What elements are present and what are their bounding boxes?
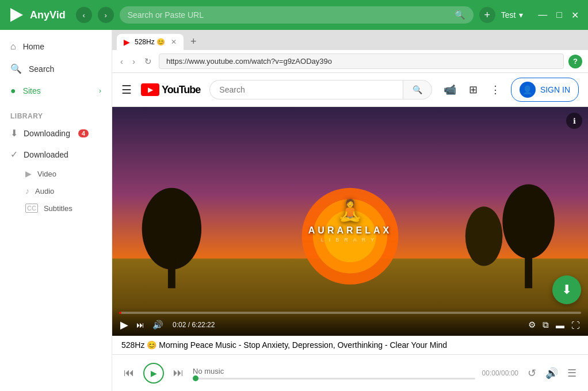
player-progress-bar[interactable] (193, 378, 475, 379)
sidebar-item-label: Search (29, 64, 54, 74)
video-title-bar: 528Hz 😊 Morning Peace Music - Stop Anxie… (112, 336, 588, 354)
theater-button[interactable]: ▬ (555, 319, 566, 331)
svg-point-5 (502, 184, 554, 258)
menu-icon[interactable]: ☰ (121, 83, 132, 97)
progress-bar[interactable] (119, 312, 581, 314)
signin-label: SIGN IN (540, 85, 570, 94)
camera-button[interactable]: 📹 (441, 81, 459, 98)
logo-icon (7, 6, 25, 24)
download-icon: ⬇ (10, 128, 18, 139)
sidebar: ⌂ Home 🔍 Search ● Sites › Library ⬇ Down… (0, 30, 112, 391)
video-icon: ▶ (25, 169, 32, 178)
addr-forward-button[interactable]: › (130, 55, 138, 67)
youtube-logo[interactable]: ▶ YouTube (141, 83, 200, 96)
player-prev-button[interactable]: ⏮ (121, 365, 136, 381)
subtitles-icon: CC (25, 204, 38, 213)
player-play-button[interactable]: ▶ (143, 363, 164, 384)
search-icon: 🔍 (10, 63, 22, 74)
search-bar: 🔍 (120, 6, 474, 24)
settings-button[interactable]: ⚙ (527, 319, 537, 331)
browser-tab-active[interactable]: ▶ 528Hz 😊 ✕ (117, 34, 184, 50)
sub-item-subtitles[interactable]: CC Subtitles (0, 200, 112, 217)
download-badge: 4 (78, 129, 89, 137)
youtube-search-button[interactable]: 🔍 (403, 80, 432, 99)
player-time: 00:00/00:00 (482, 369, 518, 377)
tab-close-button[interactable]: ✕ (171, 38, 177, 46)
address-input[interactable] (159, 53, 564, 69)
grid-button[interactable]: ⊞ (467, 81, 480, 98)
control-row: ▶ ⏭ 🔊 0:02 / 6:22:22 ⚙ ⧉ ▬ ⛶ (119, 317, 581, 332)
lib-item-downloading[interactable]: ⬇ Downloading 4 (0, 122, 112, 144)
close-button[interactable]: ✕ (569, 9, 581, 22)
player-volume-button[interactable]: 🔊 (543, 365, 560, 382)
avatar-icon: 👤 (520, 82, 536, 98)
maximize-button[interactable]: □ (554, 9, 564, 22)
search-icon: 🔍 (455, 10, 465, 20)
player-repeat-button[interactable]: ↺ (525, 365, 539, 382)
sub-item-video[interactable]: ▶ Video (0, 165, 112, 182)
brand-name: AURARELAX (308, 225, 392, 236)
user-name: Test (501, 10, 516, 20)
skip-button[interactable]: ⏭ (135, 319, 146, 331)
miniplayer-button[interactable]: ⧉ (541, 319, 550, 331)
svg-point-7 (465, 206, 503, 266)
browser-area: ▶ 528Hz 😊 ✕ + ‹ › ↻ ? ☰ ▶ YouTub (112, 30, 588, 391)
bottom-player: ⏮ ▶ ⏭ No music 00:00/00:00 ↺ 🔊 ☰ (112, 354, 588, 391)
player-playlist-button[interactable]: ☰ (565, 365, 579, 382)
download-fab-icon: ⬇ (562, 282, 572, 297)
yoga-figure-icon: 🧘 (308, 200, 392, 221)
addr-back-button[interactable]: ‹ (118, 55, 125, 67)
brand-overlay: 🧘 AURARELAX LIBRARY (308, 200, 392, 243)
check-icon: ✓ (10, 149, 18, 160)
video-thumbnail: 🧘 AURARELAX LIBRARY ℹ ▶ ⏭ (112, 107, 588, 336)
player-track-label: No music (193, 367, 475, 375)
lib-item-label: Downloaded (24, 150, 68, 159)
sidebar-nav: ⌂ Home 🔍 Search ● Sites › (0, 30, 112, 108)
svg-rect-6 (525, 251, 532, 289)
sidebar-item-search[interactable]: 🔍 Search (0, 57, 112, 80)
sidebar-item-home[interactable]: ⌂ Home (0, 36, 112, 57)
volume-button[interactable]: 🔊 (151, 319, 165, 331)
fullscreen-button[interactable]: ⛶ (570, 319, 581, 331)
main-content: ⌂ Home 🔍 Search ● Sites › Library ⬇ Down… (0, 30, 588, 391)
signin-button[interactable]: 👤 SIGN IN (511, 78, 579, 102)
add-tab-button[interactable]: + (479, 7, 495, 23)
nav-back-button[interactable]: ‹ (76, 7, 92, 23)
svg-rect-4 (168, 259, 175, 289)
youtube-search-input[interactable] (209, 80, 403, 99)
more-button[interactable]: ⋮ (488, 81, 503, 98)
time-display: 0:02 / 6:22:22 (173, 321, 215, 329)
nav-forward-button[interactable]: › (98, 7, 114, 23)
sub-item-label: Audio (35, 187, 54, 195)
download-fab-button[interactable]: ⬇ (552, 275, 581, 304)
lib-item-downloaded[interactable]: ✓ Downloaded (0, 144, 112, 165)
brand-sub: LIBRARY (308, 237, 392, 243)
sub-item-label: Subtitles (44, 204, 72, 213)
video-container: 🧘 AURARELAX LIBRARY ℹ ▶ ⏭ (112, 107, 588, 336)
search-icon: 🔍 (413, 85, 422, 94)
info-button[interactable]: ℹ (566, 113, 582, 129)
user-area: Test ▾ (501, 10, 524, 20)
sub-item-label: Video (37, 170, 56, 178)
chevron-right-icon: › (99, 87, 101, 95)
addr-refresh-button[interactable]: ↻ (142, 55, 154, 68)
svg-point-3 (142, 188, 201, 270)
sidebar-item-label: Sites (23, 86, 41, 95)
youtube-icons: 📹 ⊞ ⋮ 👤 SIGN IN (441, 78, 579, 102)
sub-item-audio[interactable]: ♪ Audio (0, 182, 112, 200)
sidebar-item-label: Home (23, 42, 44, 51)
new-tab-button[interactable]: + (186, 33, 201, 50)
lib-item-label: Downloading (24, 129, 70, 138)
tab-bar: ▶ 528Hz 😊 ✕ + (112, 30, 588, 50)
app-title: AnyVid (30, 9, 66, 21)
player-next-button[interactable]: ⏭ (171, 365, 186, 381)
window-controls: — □ ✕ (536, 9, 581, 22)
svg-marker-0 (10, 8, 23, 22)
search-input[interactable] (128, 10, 450, 20)
help-button[interactable]: ? (568, 55, 582, 68)
play-button[interactable]: ▶ (119, 317, 129, 332)
address-bar: ‹ › ↻ ? (112, 50, 588, 73)
minimize-button[interactable]: — (536, 9, 549, 22)
sidebar-item-sites[interactable]: ● Sites › (0, 80, 112, 102)
youtube-logo-text: YouTube (162, 84, 200, 96)
